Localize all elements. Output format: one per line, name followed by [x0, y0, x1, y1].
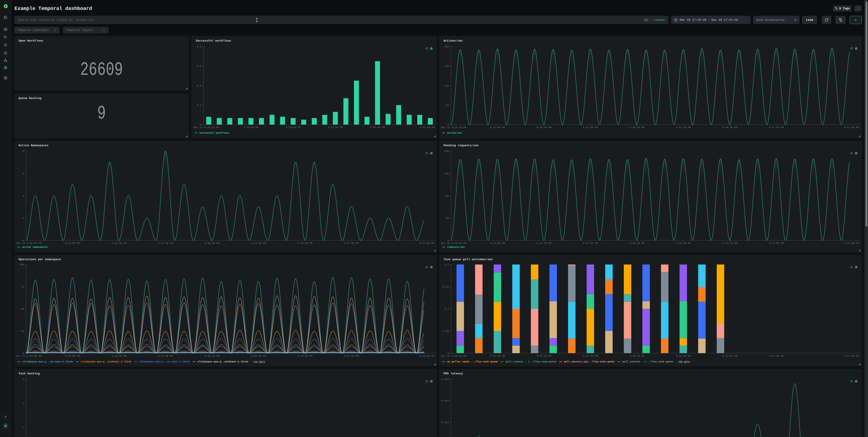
- svg-text:5:39:30 PM: 5:39:30 PM: [629, 242, 645, 245]
- svg-text:5:37:00 PM: 5:37:00 PM: [158, 242, 173, 245]
- svg-text:5:47:00 PM: 5:47:00 PM: [769, 126, 784, 129]
- svg-text:4: 4: [22, 378, 24, 381]
- svg-text:5:37:00 PM: 5:37:00 PM: [583, 126, 598, 129]
- svg-text:5:51:00 PM: 5:51:00 PM: [844, 126, 859, 129]
- svg-text:200: 200: [444, 45, 449, 48]
- svg-text:5:47:00 PM: 5:47:00 PM: [769, 242, 784, 245]
- svg-text:5:51:00 PM: 5:51:00 PM: [419, 242, 434, 245]
- svg-text:0: 0: [22, 239, 24, 242]
- svg-text:5:42:00 PM: 5:42:00 PM: [251, 355, 266, 357]
- svg-text:0.1: 0.1: [444, 308, 449, 310]
- svg-text:5:37:00 PM: 5:37:00 PM: [583, 355, 598, 357]
- svg-text:3: 3: [22, 402, 24, 405]
- svg-text:0.8: 0.8: [197, 45, 202, 48]
- svg-text:5:32:00 PM: 5:32:00 PM: [65, 355, 80, 357]
- svg-text:5:34:00 PM: 5:34:00 PM: [243, 126, 258, 129]
- svg-text:5:34:30 PM: 5:34:30 PM: [112, 242, 126, 245]
- svg-text:0: 0: [447, 239, 449, 242]
- svg-text:0: 0: [447, 123, 449, 126]
- svg-text:5:34:30 PM: 5:34:30 PM: [536, 355, 551, 357]
- svg-text:Dec 16 5:29:30 PM: Dec 16 5:29:30 PM: [441, 355, 466, 357]
- svg-text:Dec 16 5:29:30 PM: Dec 16 5:29:30 PM: [441, 242, 466, 245]
- svg-text:75: 75: [21, 285, 24, 288]
- svg-text:50: 50: [446, 104, 449, 107]
- svg-text:0.2: 0.2: [197, 104, 202, 106]
- svg-text:5:42:00 PM: 5:42:00 PM: [676, 242, 691, 245]
- svg-text:15K: 15K: [444, 172, 449, 175]
- svg-text:5:47:00 PM: 5:47:00 PM: [769, 355, 784, 357]
- svg-text:0: 0: [200, 123, 202, 126]
- svg-text:5:42:00 PM: 5:42:00 PM: [676, 355, 691, 357]
- svg-text:0: 0: [22, 352, 24, 355]
- svg-text:0.15: 0.15: [443, 285, 449, 288]
- svg-text:5:39:30 PM: 5:39:30 PM: [629, 355, 645, 357]
- svg-text:0.019: 0.019: [441, 421, 449, 424]
- svg-text:5:34:30 PM: 5:34:30 PM: [536, 126, 551, 129]
- svg-text:5:37:00 PM: 5:37:00 PM: [158, 355, 173, 357]
- svg-text:5:32:00 PM: 5:32:00 PM: [490, 355, 505, 357]
- svg-text:5:44:30 PM: 5:44:30 PM: [722, 355, 737, 357]
- svg-text:150: 150: [444, 65, 449, 68]
- svg-text:5:42:00 PM: 5:42:00 PM: [676, 126, 691, 129]
- svg-text:4: 4: [22, 195, 24, 197]
- svg-text:5:32:00 PM: 5:32:00 PM: [490, 242, 505, 245]
- svg-text:0.2: 0.2: [444, 263, 449, 266]
- svg-text:5:44:30 PM: 5:44:30 PM: [298, 242, 312, 245]
- svg-text:5:47:00 PM: 5:47:00 PM: [344, 242, 359, 245]
- svg-text:Dec 16 5:29:30 PM: Dec 16 5:29:30 PM: [16, 355, 41, 357]
- svg-text:5:39:30 PM: 5:39:30 PM: [205, 355, 219, 357]
- svg-text:100: 100: [444, 85, 449, 87]
- svg-text:8: 8: [22, 150, 24, 153]
- svg-text:Dec 16 5:29:30 PM: Dec 16 5:29:30 PM: [16, 242, 41, 245]
- svg-text:0.038: 0.038: [441, 378, 449, 381]
- svg-text:5:32:00 PM: 5:32:00 PM: [490, 126, 505, 129]
- svg-text:5:39:30 PM: 5:39:30 PM: [629, 126, 644, 129]
- svg-text:5:39:30 PM: 5:39:30 PM: [205, 242, 219, 245]
- svg-text:5:44:30 PM: 5:44:30 PM: [722, 126, 737, 129]
- svg-text:5:51:00 PM: 5:51:00 PM: [844, 355, 859, 357]
- svg-text:5:51:00 PM: 5:51:00 PM: [844, 242, 859, 245]
- svg-text:5:44:30 PM: 5:44:30 PM: [298, 355, 312, 357]
- svg-text:0: 0: [447, 352, 449, 355]
- svg-text:100: 100: [20, 263, 24, 266]
- svg-text:2: 2: [22, 426, 24, 429]
- svg-text:5:42:00 PM: 5:42:00 PM: [328, 126, 343, 129]
- svg-text:0.6: 0.6: [197, 65, 202, 68]
- svg-text:5:47:00 PM: 5:47:00 PM: [344, 355, 359, 357]
- svg-text:5:34:30 PM: 5:34:30 PM: [536, 242, 551, 245]
- svg-text:5:34:30 PM: 5:34:30 PM: [112, 355, 126, 357]
- svg-text:5:32:00 PM: 5:32:00 PM: [65, 242, 80, 245]
- svg-text:5:44:30 PM: 5:44:30 PM: [722, 242, 737, 245]
- svg-text:25: 25: [21, 330, 24, 333]
- svg-text:0.4: 0.4: [197, 84, 202, 87]
- svg-text:5:42:00 PM: 5:42:00 PM: [251, 242, 266, 245]
- svg-text:5:46:00 PM: 5:46:00 PM: [370, 126, 385, 129]
- svg-text:0.05: 0.05: [443, 330, 449, 333]
- svg-text:5K: 5K: [446, 217, 449, 220]
- svg-text:20K: 20K: [444, 150, 449, 153]
- svg-text:10K: 10K: [444, 195, 449, 197]
- svg-text:2: 2: [22, 217, 24, 220]
- svg-text:50: 50: [21, 308, 24, 310]
- svg-text:5:38:00 PM: 5:38:00 PM: [286, 126, 301, 129]
- svg-text:6: 6: [22, 172, 24, 175]
- svg-text:Dec 16 5:29:30 PM: Dec 16 5:29:30 PM: [193, 126, 219, 129]
- svg-text:Dec 16 5:29:30 PM: Dec 16 5:29:30 PM: [441, 126, 466, 129]
- svg-text:5:51:00 PM: 5:51:00 PM: [419, 355, 434, 357]
- svg-text:5:37:00 PM: 5:37:00 PM: [583, 242, 598, 245]
- svg-text:0.029: 0.029: [441, 400, 449, 402]
- svg-text:5:51:00 PM: 5:51:00 PM: [420, 126, 435, 129]
